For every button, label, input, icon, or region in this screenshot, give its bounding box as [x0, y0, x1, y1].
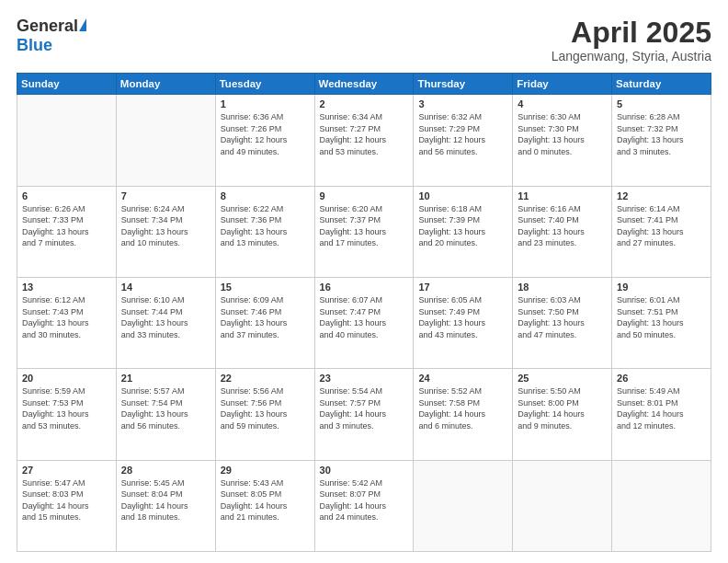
day-number: 18 [518, 282, 607, 293]
day-detail: Sunrise: 6:32 AM Sunset: 7:29 PM Dayligh… [418, 111, 507, 157]
week-row-5: 27Sunrise: 5:47 AM Sunset: 8:03 PM Dayli… [17, 460, 711, 551]
day-detail: Sunrise: 6:20 AM Sunset: 7:37 PM Dayligh… [320, 203, 409, 249]
day-number: 9 [320, 190, 409, 201]
day-number: 20 [22, 373, 111, 384]
day-detail: Sunrise: 6:26 AM Sunset: 7:33 PM Dayligh… [22, 203, 111, 249]
day-number: 15 [221, 282, 310, 293]
day-cell: 23Sunrise: 5:54 AM Sunset: 7:57 PM Dayli… [314, 369, 414, 460]
day-detail: Sunrise: 6:05 AM Sunset: 7:49 PM Dayligh… [418, 294, 507, 340]
day-cell: 3Sunrise: 6:32 AM Sunset: 7:29 PM Daylig… [414, 95, 513, 186]
day-detail: Sunrise: 6:03 AM Sunset: 7:50 PM Dayligh… [518, 294, 607, 340]
weekday-header-sunday: Sunday [17, 74, 117, 95]
day-cell: 22Sunrise: 5:56 AM Sunset: 7:56 PM Dayli… [215, 369, 314, 460]
day-cell [116, 95, 215, 186]
day-cell: 26Sunrise: 5:49 AM Sunset: 8:01 PM Dayli… [612, 369, 711, 460]
day-detail: Sunrise: 5:42 AM Sunset: 8:07 PM Dayligh… [320, 477, 409, 523]
day-cell [513, 460, 612, 551]
day-cell: 11Sunrise: 6:16 AM Sunset: 7:40 PM Dayli… [513, 186, 612, 277]
day-number: 4 [518, 98, 607, 109]
day-number: 28 [121, 465, 210, 476]
week-row-4: 20Sunrise: 5:59 AM Sunset: 7:53 PM Dayli… [17, 369, 711, 460]
day-cell: 30Sunrise: 5:42 AM Sunset: 8:07 PM Dayli… [314, 460, 414, 551]
day-number: 21 [121, 373, 210, 384]
day-number: 12 [617, 190, 706, 201]
day-cell [612, 460, 711, 551]
day-cell: 28Sunrise: 5:45 AM Sunset: 8:04 PM Dayli… [116, 460, 215, 551]
day-detail: Sunrise: 6:22 AM Sunset: 7:36 PM Dayligh… [221, 203, 310, 249]
weekday-header-tuesday: Tuesday [215, 74, 314, 95]
day-detail: Sunrise: 5:50 AM Sunset: 8:00 PM Dayligh… [518, 385, 607, 431]
day-cell: 7Sunrise: 6:24 AM Sunset: 7:34 PM Daylig… [116, 186, 215, 277]
day-number: 27 [22, 465, 111, 476]
day-number: 7 [121, 190, 210, 201]
weekday-header-wednesday: Wednesday [314, 74, 414, 95]
logo-blue: Blue [17, 36, 52, 55]
day-detail: Sunrise: 5:47 AM Sunset: 8:03 PM Dayligh… [22, 477, 111, 523]
day-number: 5 [617, 98, 706, 109]
day-cell: 19Sunrise: 6:01 AM Sunset: 7:51 PM Dayli… [612, 277, 711, 368]
weekday-header-row: SundayMondayTuesdayWednesdayThursdayFrid… [17, 74, 711, 95]
day-detail: Sunrise: 5:52 AM Sunset: 7:58 PM Dayligh… [418, 385, 507, 431]
day-cell: 5Sunrise: 6:28 AM Sunset: 7:32 PM Daylig… [612, 95, 711, 186]
day-detail: Sunrise: 5:54 AM Sunset: 7:57 PM Dayligh… [320, 385, 409, 431]
day-cell: 12Sunrise: 6:14 AM Sunset: 7:41 PM Dayli… [612, 186, 711, 277]
weekday-header-monday: Monday [116, 74, 215, 95]
day-detail: Sunrise: 5:43 AM Sunset: 8:05 PM Dayligh… [221, 477, 310, 523]
day-cell: 21Sunrise: 5:57 AM Sunset: 7:54 PM Dayli… [116, 369, 215, 460]
day-number: 24 [418, 373, 507, 384]
day-detail: Sunrise: 6:28 AM Sunset: 7:32 PM Dayligh… [617, 111, 706, 157]
day-cell: 15Sunrise: 6:09 AM Sunset: 7:46 PM Dayli… [215, 277, 314, 368]
day-detail: Sunrise: 6:18 AM Sunset: 7:39 PM Dayligh… [418, 203, 507, 249]
day-cell: 20Sunrise: 5:59 AM Sunset: 7:53 PM Dayli… [17, 369, 117, 460]
day-detail: Sunrise: 5:57 AM Sunset: 7:54 PM Dayligh… [121, 385, 210, 431]
day-cell: 16Sunrise: 6:07 AM Sunset: 7:47 PM Dayli… [314, 277, 414, 368]
day-cell: 1Sunrise: 6:36 AM Sunset: 7:26 PM Daylig… [215, 95, 314, 186]
day-detail: Sunrise: 6:34 AM Sunset: 7:27 PM Dayligh… [320, 111, 409, 157]
day-cell [414, 460, 513, 551]
day-number: 16 [320, 282, 409, 293]
day-number: 3 [418, 98, 507, 109]
weekday-header-friday: Friday [513, 74, 612, 95]
day-detail: Sunrise: 6:30 AM Sunset: 7:30 PM Dayligh… [518, 111, 607, 157]
day-cell: 25Sunrise: 5:50 AM Sunset: 8:00 PM Dayli… [513, 369, 612, 460]
page: General Blue April 2025 Langenwang, Styr… [0, 0, 728, 563]
day-number: 13 [22, 282, 111, 293]
day-number: 23 [320, 373, 409, 384]
day-cell: 13Sunrise: 6:12 AM Sunset: 7:43 PM Dayli… [17, 277, 117, 368]
day-number: 19 [617, 282, 706, 293]
day-number: 17 [418, 282, 507, 293]
day-number: 25 [518, 373, 607, 384]
logo-general: General [17, 17, 78, 36]
day-cell: 4Sunrise: 6:30 AM Sunset: 7:30 PM Daylig… [513, 95, 612, 186]
day-detail: Sunrise: 6:24 AM Sunset: 7:34 PM Dayligh… [121, 203, 210, 249]
day-detail: Sunrise: 6:01 AM Sunset: 7:51 PM Dayligh… [617, 294, 706, 340]
day-cell: 14Sunrise: 6:10 AM Sunset: 7:44 PM Dayli… [116, 277, 215, 368]
day-number: 8 [221, 190, 310, 201]
day-number: 26 [617, 373, 706, 384]
day-number: 11 [518, 190, 607, 201]
day-number: 1 [221, 98, 310, 109]
day-detail: Sunrise: 5:49 AM Sunset: 8:01 PM Dayligh… [617, 385, 706, 431]
day-detail: Sunrise: 6:12 AM Sunset: 7:43 PM Dayligh… [22, 294, 111, 340]
day-cell: 27Sunrise: 5:47 AM Sunset: 8:03 PM Dayli… [17, 460, 117, 551]
day-detail: Sunrise: 6:14 AM Sunset: 7:41 PM Dayligh… [617, 203, 706, 249]
day-detail: Sunrise: 6:10 AM Sunset: 7:44 PM Dayligh… [121, 294, 210, 340]
day-number: 22 [221, 373, 310, 384]
day-detail: Sunrise: 6:36 AM Sunset: 7:26 PM Dayligh… [221, 111, 310, 157]
week-row-3: 13Sunrise: 6:12 AM Sunset: 7:43 PM Dayli… [17, 277, 711, 368]
day-cell [17, 95, 117, 186]
day-cell: 10Sunrise: 6:18 AM Sunset: 7:39 PM Dayli… [414, 186, 513, 277]
week-row-1: 1Sunrise: 6:36 AM Sunset: 7:26 PM Daylig… [17, 95, 711, 186]
day-number: 14 [121, 282, 210, 293]
week-row-2: 6Sunrise: 6:26 AM Sunset: 7:33 PM Daylig… [17, 186, 711, 277]
day-cell: 8Sunrise: 6:22 AM Sunset: 7:36 PM Daylig… [215, 186, 314, 277]
weekday-header-saturday: Saturday [612, 74, 711, 95]
day-detail: Sunrise: 5:56 AM Sunset: 7:56 PM Dayligh… [221, 385, 310, 431]
day-detail: Sunrise: 6:16 AM Sunset: 7:40 PM Dayligh… [518, 203, 607, 249]
weekday-header-thursday: Thursday [414, 74, 513, 95]
day-cell: 29Sunrise: 5:43 AM Sunset: 8:05 PM Dayli… [215, 460, 314, 551]
day-detail: Sunrise: 5:45 AM Sunset: 8:04 PM Dayligh… [121, 477, 210, 523]
day-number: 10 [418, 190, 507, 201]
day-number: 29 [221, 465, 310, 476]
day-cell: 17Sunrise: 6:05 AM Sunset: 7:49 PM Dayli… [414, 277, 513, 368]
